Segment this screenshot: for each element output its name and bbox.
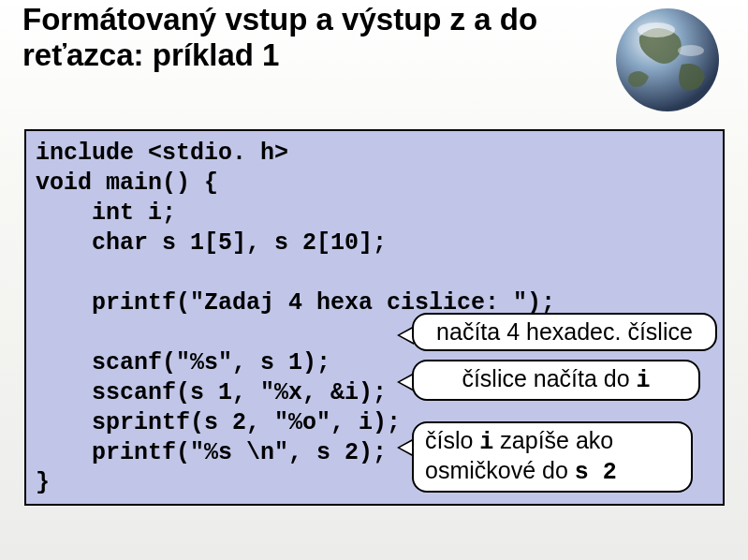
code-line: include <stdio. h> bbox=[36, 140, 288, 167]
callout-code: i bbox=[479, 429, 493, 456]
callout-code: i bbox=[637, 367, 651, 394]
code-line: } bbox=[36, 469, 50, 496]
callout-write-s2: číslo i zapíše ako osmičkové do s 2 bbox=[412, 421, 693, 493]
callout-text: číslice načíta do bbox=[462, 365, 636, 391]
slide: Formátovaný vstup a výstup z a do reťazc… bbox=[0, 0, 748, 560]
callout-read-i: číslice načíta do i bbox=[412, 360, 700, 401]
callout-hexa: načíta 4 hexadec. číslice bbox=[412, 313, 717, 351]
svg-point-1 bbox=[638, 22, 675, 37]
callout-text: načíta 4 hexadec. číslice bbox=[436, 318, 693, 345]
code-line: void main() { bbox=[36, 169, 218, 197]
code-line: int i; bbox=[36, 199, 176, 227]
callout-text: číslo bbox=[425, 427, 479, 453]
code-line: sprintf(s 2, "%o", i); bbox=[36, 409, 401, 436]
svg-point-2 bbox=[678, 45, 704, 56]
globe-icon bbox=[611, 4, 724, 116]
slide-title: Formátovaný vstup a výstup z a do reťazc… bbox=[22, 2, 547, 73]
code-line: scanf("%s", s 1); bbox=[36, 349, 330, 376]
code-line: char s 1[5], s 2[10]; bbox=[36, 229, 387, 257]
code-line: printf("%s \n", s 2); bbox=[36, 439, 387, 466]
code-line: sscanf(s 1, "%x, &i); bbox=[36, 379, 387, 406]
callout-code: s 2 bbox=[575, 459, 617, 486]
